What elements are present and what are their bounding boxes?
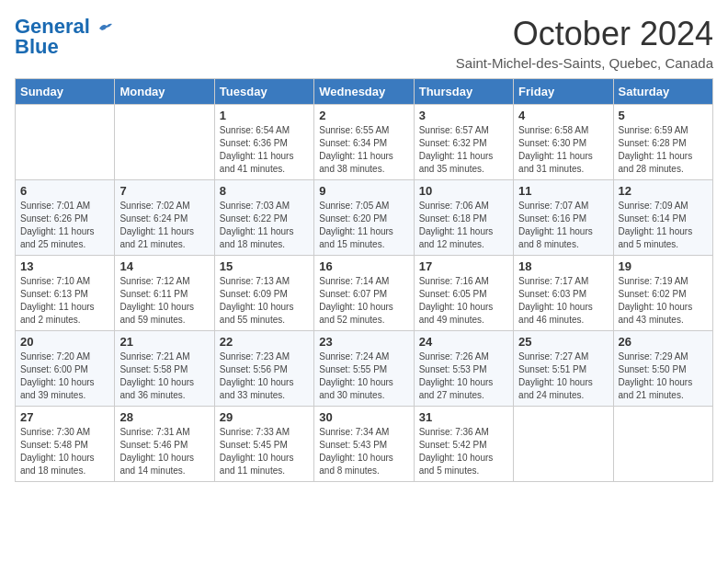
day-info: Sunrise: 7:27 AM Sunset: 5:51 PM Dayligh… [518,350,608,402]
logo: General Blue [15,15,114,59]
day-number: 6 [20,184,109,198]
day-number: 10 [419,184,508,198]
day-cell: 29Sunrise: 7:33 AM Sunset: 5:45 PM Dayli… [214,407,313,482]
calendar-header-row: SundayMondayTuesdayWednesdayThursdayFrid… [16,79,713,105]
day-number: 24 [419,335,508,349]
day-cell: 26Sunrise: 7:29 AM Sunset: 5:50 PM Dayli… [613,331,712,407]
week-row-5: 27Sunrise: 7:30 AM Sunset: 5:48 PM Dayli… [16,407,713,482]
day-info: Sunrise: 7:17 AM Sunset: 6:03 PM Dayligh… [518,275,608,327]
col-header-sunday: Sunday [16,79,115,105]
week-row-2: 6Sunrise: 7:01 AM Sunset: 6:26 PM Daylig… [16,180,713,256]
day-info: Sunrise: 7:06 AM Sunset: 6:18 PM Dayligh… [419,200,508,251]
day-number: 15 [220,259,309,273]
day-info: Sunrise: 7:03 AM Sunset: 6:22 PM Dayligh… [220,200,309,251]
day-cell: 15Sunrise: 7:13 AM Sunset: 6:09 PM Dayli… [214,256,313,331]
day-cell: 8Sunrise: 7:03 AM Sunset: 6:22 PM Daylig… [214,180,313,256]
day-cell: 14Sunrise: 7:12 AM Sunset: 6:11 PM Dayli… [115,256,214,331]
day-info: Sunrise: 7:09 AM Sunset: 6:14 PM Dayligh… [619,200,708,251]
col-header-friday: Friday [514,79,613,105]
day-info: Sunrise: 7:29 AM Sunset: 5:50 PM Dayligh… [619,350,708,402]
calendar-table: SundayMondayTuesdayWednesdayThursdayFrid… [15,78,713,482]
day-cell [115,105,214,180]
day-number: 21 [119,335,209,349]
day-info: Sunrise: 6:55 AM Sunset: 6:34 PM Dayligh… [319,124,408,176]
day-cell: 6Sunrise: 7:01 AM Sunset: 6:26 PM Daylig… [16,180,115,256]
day-number: 13 [20,259,109,273]
day-info: Sunrise: 7:24 AM Sunset: 5:55 PM Dayligh… [319,350,408,402]
week-row-3: 13Sunrise: 7:10 AM Sunset: 6:13 PM Dayli… [16,256,713,331]
col-header-wednesday: Wednesday [314,79,414,105]
day-cell: 12Sunrise: 7:09 AM Sunset: 6:14 PM Dayli… [613,180,712,256]
day-cell: 30Sunrise: 7:34 AM Sunset: 5:43 PM Dayli… [314,407,414,482]
day-info: Sunrise: 6:54 AM Sunset: 6:36 PM Dayligh… [220,124,309,176]
day-number: 9 [319,184,408,198]
day-info: Sunrise: 7:05 AM Sunset: 6:20 PM Dayligh… [319,200,408,251]
day-cell [16,105,115,180]
day-info: Sunrise: 7:13 AM Sunset: 6:09 PM Dayligh… [220,275,309,327]
day-cell: 4Sunrise: 6:58 AM Sunset: 6:30 PM Daylig… [514,105,613,180]
day-info: Sunrise: 7:34 AM Sunset: 5:43 PM Dayligh… [319,426,408,477]
col-header-tuesday: Tuesday [214,79,313,105]
day-cell: 18Sunrise: 7:17 AM Sunset: 6:03 PM Dayli… [514,256,613,331]
day-cell: 31Sunrise: 7:36 AM Sunset: 5:42 PM Dayli… [414,407,513,482]
day-info: Sunrise: 7:30 AM Sunset: 5:48 PM Dayligh… [20,426,109,477]
day-info: Sunrise: 6:59 AM Sunset: 6:28 PM Dayligh… [619,124,708,176]
day-number: 19 [619,259,708,273]
day-info: Sunrise: 7:12 AM Sunset: 6:11 PM Dayligh… [119,275,209,327]
day-info: Sunrise: 7:20 AM Sunset: 6:00 PM Dayligh… [20,350,109,402]
day-number: 18 [518,259,608,273]
day-number: 17 [419,259,508,273]
day-cell: 24Sunrise: 7:26 AM Sunset: 5:53 PM Dayli… [414,331,513,407]
day-cell [514,407,613,482]
col-header-saturday: Saturday [613,79,712,105]
day-cell: 1Sunrise: 6:54 AM Sunset: 6:36 PM Daylig… [214,105,313,180]
day-number: 29 [220,410,309,424]
calendar-body: 1Sunrise: 6:54 AM Sunset: 6:36 PM Daylig… [16,105,713,482]
page-header: General Blue October 2024 Saint-Michel-d… [15,15,713,71]
day-number: 12 [619,184,708,198]
day-cell: 2Sunrise: 6:55 AM Sunset: 6:34 PM Daylig… [314,105,414,180]
week-row-1: 1Sunrise: 6:54 AM Sunset: 6:36 PM Daylig… [16,105,713,180]
week-row-4: 20Sunrise: 7:20 AM Sunset: 6:00 PM Dayli… [16,331,713,407]
day-cell: 11Sunrise: 7:07 AM Sunset: 6:16 PM Dayli… [514,180,613,256]
day-number: 3 [419,109,508,122]
day-info: Sunrise: 7:33 AM Sunset: 5:45 PM Dayligh… [220,426,309,477]
day-number: 27 [20,410,109,424]
day-cell: 9Sunrise: 7:05 AM Sunset: 6:20 PM Daylig… [314,180,414,256]
day-info: Sunrise: 7:21 AM Sunset: 5:58 PM Dayligh… [119,350,209,402]
day-number: 28 [119,410,209,424]
title-block: October 2024 Saint-Michel-des-Saints, Qu… [456,15,713,71]
day-number: 8 [220,184,309,198]
location-subtitle: Saint-Michel-des-Saints, Quebec, Canada [456,55,713,71]
day-info: Sunrise: 7:10 AM Sunset: 6:13 PM Dayligh… [20,275,109,327]
col-header-monday: Monday [115,79,214,105]
day-number: 11 [518,184,608,198]
day-cell: 22Sunrise: 7:23 AM Sunset: 5:56 PM Dayli… [214,331,313,407]
day-number: 14 [119,259,209,273]
day-info: Sunrise: 7:01 AM Sunset: 6:26 PM Dayligh… [20,200,109,251]
day-info: Sunrise: 6:57 AM Sunset: 6:32 PM Dayligh… [419,124,508,176]
logo-bird-icon [97,21,114,34]
day-cell: 28Sunrise: 7:31 AM Sunset: 5:46 PM Dayli… [115,407,214,482]
day-cell: 23Sunrise: 7:24 AM Sunset: 5:55 PM Dayli… [314,331,414,407]
day-cell: 27Sunrise: 7:30 AM Sunset: 5:48 PM Dayli… [16,407,115,482]
logo-blue: Blue [15,35,59,59]
day-cell [613,407,712,482]
day-cell: 20Sunrise: 7:20 AM Sunset: 6:00 PM Dayli… [16,331,115,407]
day-number: 20 [20,335,109,349]
day-number: 7 [119,184,209,198]
day-number: 25 [518,335,608,349]
col-header-thursday: Thursday [414,79,513,105]
day-cell: 19Sunrise: 7:19 AM Sunset: 6:02 PM Dayli… [613,256,712,331]
day-cell: 10Sunrise: 7:06 AM Sunset: 6:18 PM Dayli… [414,180,513,256]
day-cell: 5Sunrise: 6:59 AM Sunset: 6:28 PM Daylig… [613,105,712,180]
day-info: Sunrise: 7:16 AM Sunset: 6:05 PM Dayligh… [419,275,508,327]
day-number: 23 [319,335,408,349]
day-cell: 13Sunrise: 7:10 AM Sunset: 6:13 PM Dayli… [16,256,115,331]
day-info: Sunrise: 7:19 AM Sunset: 6:02 PM Dayligh… [619,275,708,327]
day-number: 5 [619,109,708,122]
day-number: 1 [220,109,309,122]
day-info: Sunrise: 7:36 AM Sunset: 5:42 PM Dayligh… [419,426,508,477]
day-info: Sunrise: 7:02 AM Sunset: 6:24 PM Dayligh… [119,200,209,251]
day-info: Sunrise: 6:58 AM Sunset: 6:30 PM Dayligh… [518,124,608,176]
